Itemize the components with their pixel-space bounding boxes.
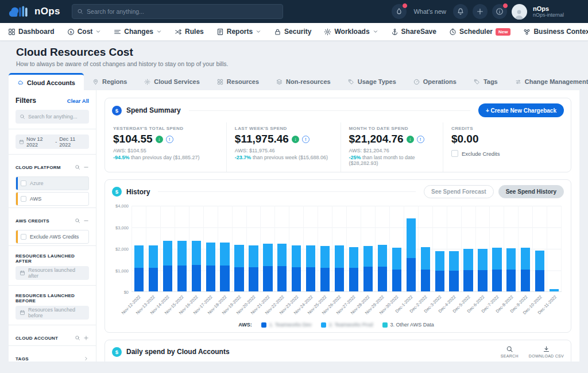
bar-nov-15-2022[interactable]: [177, 241, 187, 291]
filter-section-resources-launched-after[interactable]: RESOURCES LAUNCHED AFTER: [16, 251, 89, 266]
tab-usage-types[interactable]: Usage Types: [339, 73, 405, 90]
nav-item-security[interactable]: Security: [274, 28, 311, 36]
table-search-button[interactable]: SEARCH: [501, 345, 519, 358]
info-button[interactable]: [492, 4, 507, 19]
filter-input-resources-launched-before[interactable]: Resources launched before: [16, 306, 89, 320]
notifications-button[interactable]: [453, 4, 468, 19]
bar-nov-26-2022[interactable]: [335, 245, 344, 291]
bar-nov-25-2022[interactable]: [320, 246, 330, 291]
filter-section-aws-credits[interactable]: AWS CREDITS: [16, 213, 89, 228]
legend-item-1[interactable]: 1. Teamworks Dev: [261, 322, 312, 328]
bar-segment: [506, 248, 516, 270]
bar-nov-21-2022[interactable]: [263, 244, 272, 291]
bar-segment: [378, 245, 387, 267]
filter-section-resources-launched-before[interactable]: RESOURCES LAUNCHED BEFORE: [16, 291, 89, 306]
tab-regions[interactable]: Regions: [84, 73, 136, 90]
bar-nov-16-2022[interactable]: [192, 241, 201, 291]
bar-segment: [263, 244, 272, 266]
bar-dec-5-2022[interactable]: [463, 249, 473, 291]
bar-nov-30-2022[interactable]: [392, 248, 401, 291]
bar-dec-4-2022[interactable]: [449, 251, 458, 291]
bar-segment: [249, 245, 258, 267]
nav-item-cost[interactable]: $Cost: [67, 28, 102, 36]
bar-dec-3-2022[interactable]: [435, 251, 444, 291]
bar-nov-24-2022[interactable]: [306, 245, 315, 291]
tab-non-resources[interactable]: Non-resources: [268, 73, 339, 90]
filter-section-label: RESOURCES LAUNCHED BEFORE: [16, 293, 89, 303]
chevron-down-icon[interactable]: [572, 7, 580, 16]
nav-item-business-contexts[interactable]: Business ContextsNew: [523, 28, 588, 36]
bar-segment: [521, 248, 530, 270]
info-icon[interactable]: !: [166, 136, 173, 143]
bar-segment: [320, 268, 330, 291]
nav-item-sharesave[interactable]: ShareSave: [391, 28, 436, 36]
tab-tags[interactable]: Tags: [465, 73, 506, 90]
checkbox[interactable]: [21, 234, 26, 240]
bar-nov-29-2022[interactable]: [378, 245, 387, 291]
tab-cloud-services[interactable]: Cloud Services: [136, 73, 208, 90]
nav-item-reports[interactable]: Reports: [216, 28, 261, 36]
user-avatar[interactable]: [512, 4, 527, 20]
bar-dec-10-2022[interactable]: [535, 251, 544, 291]
bar-nov-27-2022[interactable]: [349, 247, 358, 291]
filter-option-azure[interactable]: Azure: [16, 176, 89, 190]
nav-item-dashboard[interactable]: Dashboard: [8, 28, 55, 36]
tab-cloud-accounts[interactable]: Cloud Accounts: [9, 73, 84, 90]
bar-nov-20-2022[interactable]: [249, 245, 258, 291]
bar-dec-9-2022[interactable]: [521, 248, 530, 291]
see-spend-history-button[interactable]: See Spend History: [498, 185, 564, 198]
bar-nov-19-2022[interactable]: [234, 245, 243, 291]
legend-item-2[interactable]: 2. Teamworks Prod: [321, 322, 373, 328]
download-csv-button[interactable]: DOWNLOAD CSV: [529, 345, 564, 358]
info-icon[interactable]: !: [417, 136, 424, 143]
bar-dec-1-2022[interactable]: [407, 218, 416, 291]
bar-nov-14-2022[interactable]: [163, 241, 172, 291]
checkbox[interactable]: [21, 180, 26, 186]
filter-option-aws[interactable]: AWS: [16, 192, 89, 206]
bar-dec-2-2022[interactable]: [421, 247, 430, 291]
nav-item-changes[interactable]: Changes: [114, 28, 162, 36]
global-search[interactable]: [72, 4, 283, 19]
clear-all-link[interactable]: Clear All: [67, 98, 89, 104]
legend-item-3[interactable]: 3. Other AWS Data: [382, 322, 434, 328]
bar-dec-11-2022[interactable]: [550, 289, 559, 291]
add-button[interactable]: [473, 4, 488, 19]
user-menu[interactable]: nOps nOps-internal: [533, 5, 564, 18]
bar-dec-7-2022[interactable]: [492, 248, 501, 291]
filters-search[interactable]: Search for anything...: [16, 110, 89, 124]
bar-nov-23-2022[interactable]: [292, 245, 301, 291]
gauge-icon: [413, 79, 420, 85]
filter-option-exclude-aws-credits[interactable]: Exclude AWS Credits: [16, 230, 89, 244]
bar-dec-8-2022[interactable]: [506, 248, 516, 291]
whats-new-icon[interactable]: [392, 4, 407, 19]
bar-nov-13-2022[interactable]: [149, 245, 158, 291]
checkbox[interactable]: [451, 150, 458, 157]
global-search-input[interactable]: [87, 8, 278, 15]
bar-dec-6-2022[interactable]: [478, 249, 487, 291]
filter-input-resources-launched-after[interactable]: Resources launched after: [16, 266, 89, 280]
create-chargeback-button[interactable]: + Create New Chargeback: [478, 103, 564, 117]
nav-item-scheduler[interactable]: SchedulerNew: [449, 28, 510, 36]
filter-section-label: CLOUD PLATFORM: [16, 165, 75, 170]
bar-nov-17-2022[interactable]: [206, 243, 215, 291]
nav-item-rules[interactable]: Rules: [175, 28, 204, 36]
filter-section-cloud-account[interactable]: CLOUD ACCOUNT: [16, 330, 89, 345]
checkbox[interactable]: [21, 196, 26, 202]
bar-nov-22-2022[interactable]: [277, 244, 287, 291]
summary-card-credits: CREDITS$0.00Exclude Credits: [443, 122, 571, 172]
exclude-credits-checkbox[interactable]: Exclude Credits: [451, 150, 563, 157]
tab-operations[interactable]: Operations: [405, 73, 465, 90]
tab-change-management[interactable]: Change Management: [506, 73, 588, 90]
bar-nov-28-2022[interactable]: [363, 246, 373, 291]
filter-section-cloud-platform[interactable]: CLOUD PLATFORM: [16, 160, 89, 175]
info-icon[interactable]: !: [302, 136, 310, 143]
bar-nov-12-2022[interactable]: [134, 245, 144, 291]
minus-icon: [83, 164, 89, 170]
nav-item-workloads[interactable]: Workloads: [324, 28, 378, 36]
filter-section-tags[interactable]: TAGS: [16, 351, 89, 362]
nops-logo[interactable]: nOps: [8, 5, 60, 18]
bar-nov-18-2022[interactable]: [220, 243, 229, 291]
date-range-picker[interactable]: Nov 12 2022-Dec 11 2022: [16, 134, 89, 149]
see-spend-forecast-button[interactable]: See Spend Forecast: [424, 185, 494, 198]
tab-resources[interactable]: Resources: [208, 73, 268, 90]
